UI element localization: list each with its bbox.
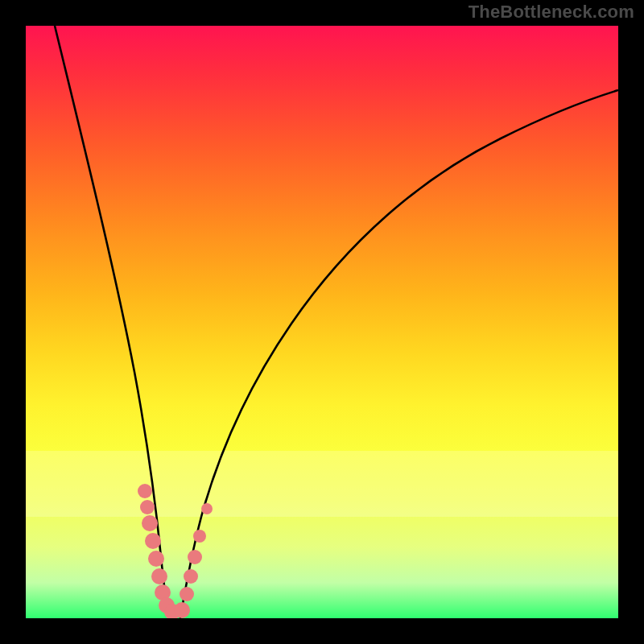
svg-point-5 <box>151 568 167 584</box>
svg-point-11 <box>184 569 198 584</box>
svg-point-9 <box>174 602 190 618</box>
chart-frame: TheBottleneck.com <box>0 0 644 644</box>
svg-point-3 <box>145 533 161 549</box>
plot-area <box>26 26 618 618</box>
marker-group <box>138 484 213 618</box>
svg-point-4 <box>148 551 164 567</box>
svg-point-14 <box>201 503 213 514</box>
svg-point-10 <box>180 587 194 601</box>
svg-point-2 <box>142 515 158 531</box>
svg-point-12 <box>188 550 202 564</box>
curve-layer <box>26 26 618 618</box>
svg-point-0 <box>138 484 152 498</box>
watermark-text: TheBottleneck.com <box>469 2 634 23</box>
svg-point-1 <box>140 500 155 514</box>
svg-point-13 <box>193 530 206 543</box>
right-curve <box>180 90 618 618</box>
